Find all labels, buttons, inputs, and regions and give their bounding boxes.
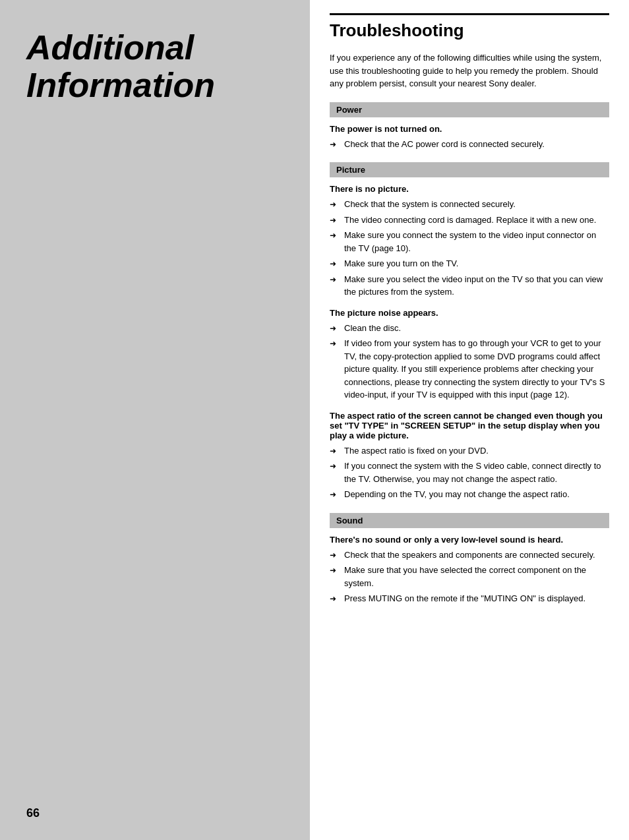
list-item: If you connect the system with the S vid… (330, 460, 609, 485)
list-item: Press MUTING on the remote if the "MUTIN… (330, 592, 609, 605)
main-content: Troubleshooting If you experience any of… (310, 0, 629, 840)
list-item: Make sure you turn on the TV. (330, 257, 609, 270)
issue-block: The aspect ratio of the screen cannot be… (330, 411, 609, 501)
issue-title: There's no sound or only a very low-leve… (330, 535, 609, 545)
sidebar-title-line2: Information (26, 66, 215, 104)
sections-container: PowerThe power is not turned on.Check th… (330, 102, 609, 605)
bullet-list: Check that the AC power cord is connecte… (330, 138, 609, 151)
bullet-list: Check that the speakers and components a… (330, 549, 609, 605)
issue-title: The picture noise appears. (330, 308, 609, 318)
list-item: The video connecting cord is damaged. Re… (330, 214, 609, 227)
section-picture: PictureThere is no picture.Check that th… (330, 162, 609, 501)
list-item: Make sure you select the video input on … (330, 273, 609, 299)
section-header: Sound (330, 513, 609, 528)
list-item: Check that the system is connected secur… (330, 198, 609, 211)
list-item: Check that the AC power cord is connecte… (330, 138, 609, 151)
bullet-list: The aspect ratio is fixed on your DVD.If… (330, 444, 609, 501)
section-power: PowerThe power is not turned on.Check th… (330, 102, 609, 151)
bullet-list: Check that the system is connected secur… (330, 198, 609, 299)
issue-block: There is no picture.Check that the syste… (330, 184, 609, 299)
issue-block: The power is not turned on.Check that th… (330, 124, 609, 151)
bullet-list: Clean the disc.If video from your system… (330, 322, 609, 402)
issue-block: The picture noise appears.Clean the disc… (330, 308, 609, 402)
list-item: Depending on the TV, you may not change … (330, 488, 609, 501)
issue-title: The aspect ratio of the screen cannot be… (330, 411, 609, 440)
issue-title: The power is not turned on. (330, 124, 609, 134)
page-number: 66 (26, 806, 40, 820)
intro-text: If you experience any of the following d… (330, 51, 609, 90)
list-item: Clean the disc. (330, 322, 609, 335)
issue-title: There is no picture. (330, 184, 609, 194)
list-item: The aspect ratio is fixed on your DVD. (330, 444, 609, 458)
list-item: Make sure that you have selected the cor… (330, 564, 609, 589)
section-sound: SoundThere's no sound or only a very low… (330, 513, 609, 605)
sidebar-title: Additional Information (26, 29, 290, 104)
sidebar-title-line1: Additional (26, 28, 194, 67)
sidebar: Additional Information 66 (0, 0, 310, 840)
list-item: If video from your system has to go thro… (330, 337, 609, 402)
page-title: Troubleshooting (330, 13, 609, 41)
section-header: Picture (330, 162, 609, 177)
section-header: Power (330, 102, 609, 117)
list-item: Make sure you connect the system to the … (330, 229, 609, 255)
issue-block: There's no sound or only a very low-leve… (330, 535, 609, 605)
sidebar-content: Additional Information (0, 0, 310, 840)
list-item: Check that the speakers and components a… (330, 549, 609, 562)
